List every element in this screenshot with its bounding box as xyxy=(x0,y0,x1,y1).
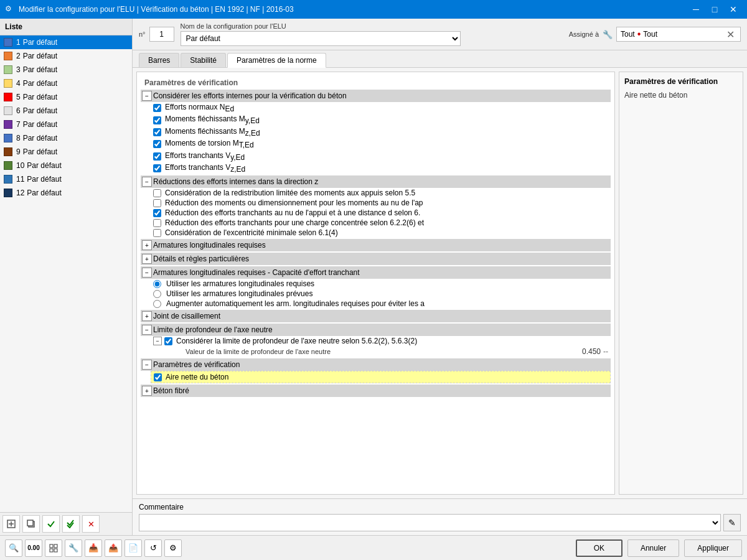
sidebar-item-5[interactable]: 5Par défaut xyxy=(0,90,132,104)
cancel-button[interactable]: Annuler xyxy=(627,539,679,557)
tree-header-efforts[interactable]: − Considérer les efforts internes pour l… xyxy=(141,90,611,102)
tree-header-params-verif[interactable]: − Paramètres de vérification xyxy=(141,358,611,371)
number-input[interactable] xyxy=(149,27,174,42)
tree-item-red2: Réduction des moments ou dimensionnement… xyxy=(151,198,611,208)
tree-header-details[interactable]: + Détails et règles particulières xyxy=(141,253,611,265)
tree-header-joint[interactable]: + Joint de cisaillement xyxy=(141,310,611,322)
comment-select[interactable] xyxy=(139,514,721,531)
apply-button[interactable]: Appliquer xyxy=(684,539,742,557)
tree-item-red3: Réduction des efforts tranchants au nu d… xyxy=(151,208,611,218)
close-button[interactable]: ✕ xyxy=(725,1,742,18)
sidebar: Liste 1Par défaut2Par défaut3Par défaut4… xyxy=(0,19,133,535)
sidebar-item-1[interactable]: 1Par défaut xyxy=(0,35,132,49)
tab-params-norme[interactable]: Paramètres de la norme xyxy=(227,53,326,68)
sidebar-item-2[interactable]: 2Par défaut xyxy=(0,49,132,63)
right-panel: n° Nom de la configuration pour l'ELU Pa… xyxy=(133,19,747,535)
tree-expand-details[interactable]: + xyxy=(142,254,152,264)
tree-expand-arm-req[interactable]: + xyxy=(142,240,152,250)
tree-expand-sub[interactable]: − xyxy=(153,337,162,345)
tree-expand-beton-fibre[interactable]: + xyxy=(142,386,152,396)
sidebar-item-6[interactable]: 6Par défaut xyxy=(0,104,132,118)
tab-stabilite[interactable]: Stabilité xyxy=(181,53,226,67)
sidebar-item-12[interactable]: 12Par défaut xyxy=(0,186,132,200)
checkbox-mted[interactable] xyxy=(153,140,161,148)
tree-header-reductions[interactable]: − Réductions des efforts internes dans l… xyxy=(141,175,611,188)
sidebar-item-7[interactable]: 7Par défaut xyxy=(0,118,132,131)
tree-expand-limite[interactable]: − xyxy=(142,325,152,335)
tree-header-arm-cap[interactable]: − Armatures longitudinales requises - Ca… xyxy=(141,266,611,279)
svg-rect-7 xyxy=(50,549,53,552)
checkbox-mzed[interactable] xyxy=(153,128,161,136)
tree-header-beton-fibre[interactable]: + Béton fibré xyxy=(141,385,611,397)
toolbar-settings-button[interactable]: ⚙ xyxy=(164,539,182,557)
radio-arm-aug[interactable] xyxy=(153,300,161,308)
comment-edit-button[interactable]: ✎ xyxy=(723,514,741,531)
config-select[interactable]: Par défaut xyxy=(181,31,461,46)
toolbar-search-button[interactable]: 🔍 xyxy=(5,539,22,557)
maximize-button[interactable]: □ xyxy=(706,1,723,18)
tree-section-arm-req: + Armatures longitudinales requises xyxy=(141,239,611,251)
tab-barres[interactable]: Barres xyxy=(139,53,179,67)
ok-button[interactable]: OK xyxy=(576,539,622,557)
sidebar-item-11[interactable]: 11Par défaut xyxy=(0,172,132,186)
checkbox-vzed[interactable] xyxy=(153,164,161,172)
assign-close-button[interactable]: ✕ xyxy=(724,28,736,40)
tree-expand-reductions[interactable]: − xyxy=(142,177,152,187)
toolbar-import-button[interactable]: 📥 xyxy=(85,539,102,557)
sidebar-check-button[interactable] xyxy=(42,515,60,533)
tree-header-arm-req[interactable]: + Armatures longitudinales requises xyxy=(141,239,611,251)
sidebar-check2-button[interactable] xyxy=(62,515,80,533)
app-icon: ⚙ xyxy=(5,4,15,14)
toolbar-doc-button[interactable]: 📄 xyxy=(125,539,142,557)
tree-header-limite[interactable]: − Limite de profondeur de l'axe neutre xyxy=(141,324,611,336)
toolbar-undo-button[interactable]: ↺ xyxy=(144,539,162,557)
toolbar-value-button[interactable]: 0.00 xyxy=(25,539,42,557)
checkbox-ned[interactable] xyxy=(153,104,161,112)
checkbox-red2[interactable] xyxy=(153,199,161,207)
minimize-button[interactable]: ─ xyxy=(687,1,705,18)
radio-arm-prev[interactable] xyxy=(153,290,161,298)
sidebar-item-4[interactable]: 4Par défaut xyxy=(0,77,132,90)
checkbox-red5[interactable] xyxy=(153,229,161,237)
dialog-buttons: OK Annuler Appliquer xyxy=(576,539,742,557)
sidebar-delete-button[interactable]: ✕ xyxy=(82,515,100,533)
sidebar-item-10[interactable]: 10Par défaut xyxy=(0,159,132,172)
tree-item-aire-nette[interactable]: Aire nette du béton xyxy=(151,371,611,383)
tree-content-efforts: Efforts normaux NEd Moments fléchissants… xyxy=(141,102,611,174)
content-area: Liste 1Par défaut2Par défaut3Par défaut4… xyxy=(0,19,747,535)
params-header: Paramètres de vérification xyxy=(141,76,611,90)
checkbox-aire-nette[interactable] xyxy=(154,373,162,381)
tree-expand-efforts[interactable]: − xyxy=(142,91,152,101)
sidebar-item-9[interactable]: 9Par défaut xyxy=(0,145,132,159)
tree-expand-arm-cap[interactable]: − xyxy=(142,268,152,278)
checkbox-red1[interactable] xyxy=(153,189,161,197)
tree-expand-params-verif[interactable]: − xyxy=(142,360,152,370)
value-row-limite: Valeur de la limite de profondeur de l'a… xyxy=(151,346,611,357)
tree-content-params-verif: Aire nette du béton xyxy=(141,371,611,383)
checkbox-myed[interactable] xyxy=(153,116,161,124)
titlebar: ⚙ Modifier la configuration pour l'ELU |… xyxy=(0,0,747,19)
bottom-toolbar: 🔍 0.00 🔧 📥 📤 📄 ↺ ⚙ OK Annuler Appliquer xyxy=(0,535,747,560)
toolbar-export-button[interactable]: 📤 xyxy=(105,539,122,557)
checkbox-red4[interactable] xyxy=(153,219,161,227)
title-text: Modifier la configuration pour l'ELU | V… xyxy=(19,5,687,14)
sidebar-copy-button[interactable] xyxy=(22,515,40,533)
sidebar-color-8 xyxy=(4,134,12,142)
toolbar-tools-button[interactable]: 🔧 xyxy=(65,539,82,557)
checkbox-limite[interactable] xyxy=(164,337,172,345)
tree-section-limite: − Limite de profondeur de l'axe neutre −… xyxy=(141,324,611,357)
assign-field: Tout • Tout ✕ xyxy=(616,27,741,42)
toolbar-grid-button[interactable] xyxy=(45,539,62,557)
tree-item-mzed: Moments fléchissants Mz,Ed xyxy=(151,126,611,138)
sidebar-item-8[interactable]: 8Par défaut xyxy=(0,131,132,145)
radio-arm-req[interactable] xyxy=(153,280,161,288)
svg-rect-8 xyxy=(54,549,57,552)
sidebar-item-3[interactable]: 3Par défaut xyxy=(0,63,132,77)
checkbox-red3[interactable] xyxy=(153,209,161,217)
window-controls: ─ □ ✕ xyxy=(687,1,742,18)
sidebar-new-button[interactable] xyxy=(2,515,20,533)
sidebar-color-6 xyxy=(4,106,12,115)
checkbox-vyed[interactable] xyxy=(153,152,161,161)
tree-expand-joint[interactable]: + xyxy=(142,311,152,321)
sidebar-color-2 xyxy=(4,52,12,60)
